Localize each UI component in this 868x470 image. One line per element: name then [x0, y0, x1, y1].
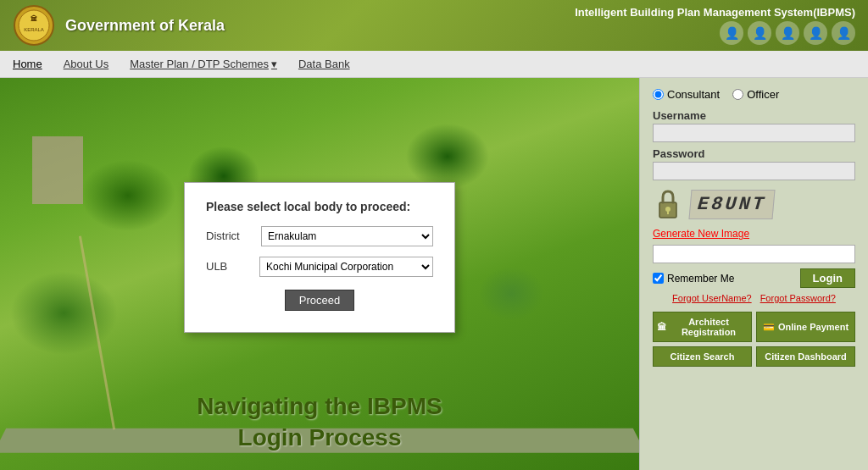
citizen-search-button[interactable]: Citizen Search [653, 346, 752, 367]
header-icon-row: 👤 👤 👤 👤 👤 [575, 21, 855, 45]
username-input[interactable] [653, 124, 855, 142]
bottom-heading: Navigating the IBPMS Login Process [17, 391, 622, 453]
remember-me-label[interactable]: Remember Me [653, 273, 793, 285]
citizen-dashboard-button[interactable]: Citizen Dashboard [756, 346, 855, 367]
lock-icon [653, 189, 683, 219]
login-panel: Consultant Officer Username Password [639, 78, 868, 470]
user-type-radio-group: Consultant Officer [653, 88, 855, 101]
svg-text:KERALA: KERALA [24, 27, 44, 32]
architect-reg-label: Architect Registration [670, 317, 748, 337]
password-field-group: Password [653, 147, 855, 180]
dialog-title: Please select local body to proceed: [206, 200, 433, 213]
bottom-btn-row-1: 🏛 Architect Registration 💳 Online Paymen… [653, 312, 855, 342]
svg-rect-6 [667, 211, 669, 214]
person-icon-4: 👤 [804, 21, 827, 45]
officer-label: Officer [747, 88, 779, 101]
captcha-input[interactable] [653, 245, 855, 263]
bottom-overlay-text: Navigating the IBPMS Login Process [17, 391, 622, 453]
bottom-line1: Navigating the IBPMS [197, 393, 442, 419]
district-select[interactable]: Ernakulam Thiruvananthapuram Kozhikode T… [261, 226, 433, 246]
consultant-radio[interactable] [653, 89, 664, 100]
generate-new-image-link[interactable]: Generate New Image [653, 228, 855, 240]
officer-radio[interactable] [732, 89, 743, 100]
password-input[interactable] [653, 162, 855, 180]
remember-me-text: Remember Me [667, 273, 734, 285]
person-icon-1: 👤 [720, 21, 743, 45]
captcha-image: E8UNT [688, 190, 775, 219]
nav-masterplan-label: Master Plan / DTP Schemes [130, 58, 269, 70]
officer-radio-label[interactable]: Officer [732, 88, 779, 101]
org-name: Government of Kerala [65, 17, 225, 35]
header: 🏛 KERALA Government of Kerala Intelligen… [0, 0, 868, 51]
payment-icon: 💳 [763, 322, 775, 333]
district-row: District Ernakulam Thiruvananthapuram Ko… [206, 226, 433, 246]
architect-registration-button[interactable]: 🏛 Architect Registration [653, 312, 752, 342]
svg-text:🏛: 🏛 [31, 14, 37, 23]
forgot-username-link[interactable]: Forgot UserName? [672, 293, 752, 303]
username-label: Username [653, 109, 855, 122]
person-icon-5: 👤 [832, 21, 855, 45]
district-label: District [206, 229, 253, 242]
ulb-row: ULB Kochi Municipal Corporation Thrissur… [206, 257, 433, 277]
remember-me-checkbox[interactable] [653, 273, 664, 284]
bottom-btn-row-2: Citizen Search Citizen Dashboard [653, 346, 855, 367]
nav-masterplan[interactable]: Master Plan / DTP Schemes ▾ [130, 58, 277, 70]
system-name-area: Intelligent Building Plan Management Sys… [575, 6, 855, 45]
forgot-links: Forgot UserName? Forgot Password? [653, 293, 855, 303]
username-field-group: Username [653, 109, 855, 142]
person-icon-3: 👤 [776, 21, 799, 45]
nav-home[interactable]: Home [13, 58, 42, 70]
nav-databank[interactable]: Data Bank [298, 58, 350, 70]
bottom-line2: Login Process [238, 424, 402, 451]
kerala-logo: 🏛 KERALA [13, 4, 55, 47]
forgot-password-link[interactable]: Forgot Password? [760, 293, 836, 303]
online-payment-label: Online Payment [778, 322, 849, 332]
system-name: Intelligent Building Plan Management Sys… [575, 6, 855, 19]
captcha-area: E8UNT [653, 189, 855, 219]
password-label: Password [653, 147, 855, 160]
consultant-radio-label[interactable]: Consultant [653, 88, 720, 101]
ulb-label: ULB [206, 260, 251, 273]
remember-login-row: Remember Me Login [653, 268, 855, 288]
proceed-button[interactable]: Proceed [285, 290, 354, 311]
local-body-dialog: Please select local body to proceed: Dis… [184, 182, 455, 333]
bottom-buttons: 🏛 Architect Registration 💳 Online Paymen… [653, 312, 855, 367]
person-icon-2: 👤 [748, 21, 771, 45]
nav-about[interactable]: About Us [64, 58, 108, 70]
navbar: Home About Us Master Plan / DTP Schemes … [0, 51, 868, 78]
login-button[interactable]: Login [800, 268, 855, 288]
building-icon: 🏛 [657, 322, 666, 332]
left-panel: Please select local body to proceed: Dis… [0, 78, 639, 470]
consultant-label: Consultant [667, 88, 720, 101]
chevron-down-icon: ▾ [271, 58, 277, 70]
online-payment-button[interactable]: 💳 Online Payment [756, 312, 855, 342]
ulb-select[interactable]: Kochi Municipal Corporation Thrissur Mun… [259, 257, 433, 277]
main-content: Please select local body to proceed: Dis… [0, 78, 868, 470]
